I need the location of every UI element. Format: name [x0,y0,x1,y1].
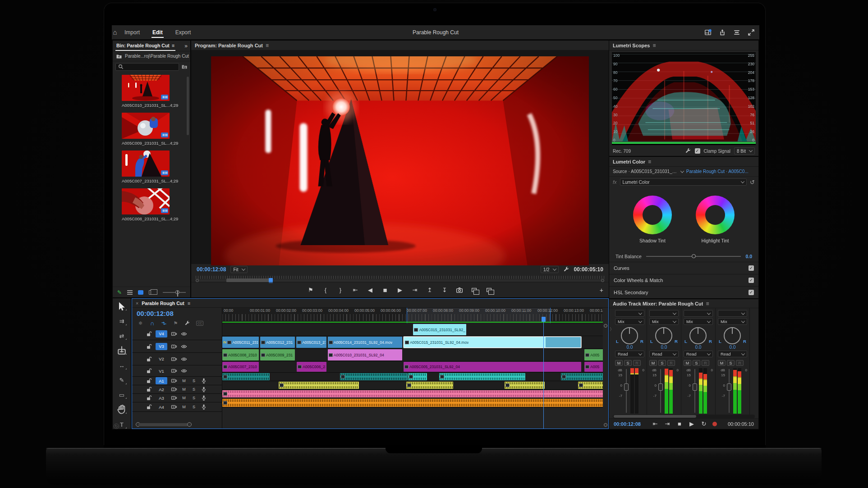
track-lane-v2[interactable]: A005C008_2310A005C009_231A005C010_231031… [222,349,603,361]
program-tab-label[interactable]: Program: Parable Rough Cut [195,43,263,48]
timeline-clip[interactable] [439,373,525,380]
panel-stack-icon[interactable] [733,29,740,36]
find-in-bin-icon[interactable] [181,64,188,70]
bin-clip-item[interactable]: A005C007_231031_SL...4;29 [122,151,184,183]
extract-button[interactable]: ↧ [441,287,448,294]
program-timecode[interactable]: 00:00:12:08 [197,266,226,273]
timeline-clip[interactable] [222,373,270,380]
timeline-clip[interactable]: A005 [584,362,603,372]
timeline-clip[interactable]: A005C005_231031_SL92_04 [404,362,582,372]
mixer-scroll-thumb[interactable] [614,415,696,418]
volume-fader[interactable] [658,368,663,414]
track-target-a3[interactable]: A3 [156,394,167,401]
playback-resolution-dropdown[interactable]: 1/2 [541,266,559,273]
track-target-a2[interactable]: A2 [156,386,167,393]
mixer-scrollbar[interactable] [613,415,755,418]
pan-value[interactable]: 0.0 [626,345,633,350]
play-stop-button[interactable]: ■ [381,287,389,294]
timeline-track-area[interactable]: 00:0000:00:01:0000:00:02:0000:00:03:0000… [222,308,603,429]
timeline-clip[interactable] [222,399,603,407]
record-arm-button[interactable]: R [736,360,744,366]
submix-dropdown[interactable]: Mix [684,318,713,325]
section-curves[interactable]: Curves✓ [609,262,758,274]
fit-dropdown[interactable]: Fit [230,266,247,273]
zoom-in-handle[interactable] [187,422,192,427]
solo-track-button[interactable]: S [191,405,197,409]
source-patch-icon[interactable] [171,386,177,392]
mute-button[interactable]: M [684,360,691,366]
automation-dropdown[interactable]: Read [684,351,713,357]
source-patch-icon[interactable] [171,331,177,337]
toggle-track-output-icon[interactable] [181,331,187,337]
bin-tab[interactable]: Bin: Parable Rough Cut ≡ [115,41,175,51]
folder-up-icon[interactable] [116,53,122,59]
timeline-clip[interactable]: A005C014_231031_SL92_04.mov [328,337,402,348]
fader-handle[interactable] [693,383,697,391]
volume-fader[interactable] [624,368,629,414]
mark-out-button[interactable]: } [337,287,344,294]
program-scrub-ruler[interactable] [196,275,604,282]
track-target-v1[interactable]: V1 [156,367,167,374]
clip-name[interactable]: A005C008_231031_SL... [122,216,170,221]
section-checkbox[interactable]: ✓ [749,265,754,271]
timeline-clip[interactable] [408,373,427,380]
bin-clip-item[interactable]: A005C008_231031_SL...4;29 [122,188,184,221]
lift-button[interactable]: ↥ [426,287,433,294]
go-to-in-button[interactable]: ⇤ [652,420,659,428]
track-lane-a1[interactable] [222,373,603,381]
track-lock-icon[interactable] [146,368,152,374]
timeline-clip[interactable]: A005C009_231 [260,349,295,360]
voice-over-record-icon[interactable] [201,378,207,384]
lumetri-title[interactable]: Lumetri Color [613,159,645,164]
fullscreen-icon[interactable] [748,29,755,36]
scopes-settings-wrench-icon[interactable] [685,148,691,154]
input-dropdown[interactable] [649,310,679,317]
input-dropdown[interactable] [718,310,747,317]
close-icon[interactable]: × [136,301,138,306]
source-patch-icon[interactable] [171,395,177,401]
mixer-title[interactable]: Audio Track Mixer: Parable Rough Cut [613,301,703,306]
linked-selection-icon[interactable] [161,320,167,326]
panel-menu-icon[interactable]: ≡ [706,301,709,307]
track-target-v3[interactable]: V3 [156,343,167,350]
mute-track-button[interactable]: M [181,379,187,383]
slip-tool[interactable]: ↔ [116,361,127,370]
source-patch-icon[interactable] [171,404,177,410]
record-arm-button[interactable]: R [633,360,641,366]
automation-dropdown[interactable]: Read [718,351,747,357]
tab-import[interactable]: Import [118,25,146,40]
icon-view-icon[interactable] [138,290,143,295]
clip-thumbnail[interactable] [122,75,170,101]
pan-value[interactable]: 0.0 [729,345,735,350]
more-panels-icon[interactable]: » [184,43,188,49]
source-patch-icon[interactable] [171,356,177,362]
track-target-v4[interactable]: V4 [156,330,167,337]
record-arm-button[interactable]: R [702,360,709,366]
volume-fader[interactable] [693,368,697,414]
timeline-clip[interactable]: A005C013_23 [296,337,326,348]
voice-over-record-icon[interactable] [201,404,207,410]
clip-name[interactable]: A005C010_231031_SL... [122,103,170,108]
highlight-tint-wheel[interactable] [696,196,735,234]
selection-tool[interactable] [116,302,127,311]
automation-dropdown[interactable]: Read [649,351,679,357]
track-lane-a2[interactable] [222,381,603,390]
timeline-clip[interactable] [279,382,359,389]
track-target-v2[interactable]: V2 [156,356,167,363]
panel-menu-icon[interactable]: ≡ [188,301,190,306]
mute-track-button[interactable]: M [181,387,187,392]
rectangle-tool[interactable]: ▭ [116,391,127,400]
step-forward-button[interactable]: ▶ [396,287,404,294]
mute-track-button[interactable]: M [181,405,187,409]
chevron-down-icon[interactable] [680,169,684,173]
track-lock-icon[interactable] [146,343,152,350]
tab-export[interactable]: Export [169,25,197,40]
mute-track-button[interactable]: M [181,396,187,400]
razor-tool[interactable] [116,346,127,355]
clip-thumbnail[interactable] [122,113,170,139]
sequence-tab-label[interactable]: Parable Rough Cut [142,301,184,306]
loop-button[interactable]: ↻ [700,420,707,428]
home-icon[interactable]: ⌂ [112,29,118,36]
submix-dropdown[interactable]: Mix [615,318,644,325]
section-hsl-secondary[interactable]: HSL Secondary✓ [609,286,758,298]
